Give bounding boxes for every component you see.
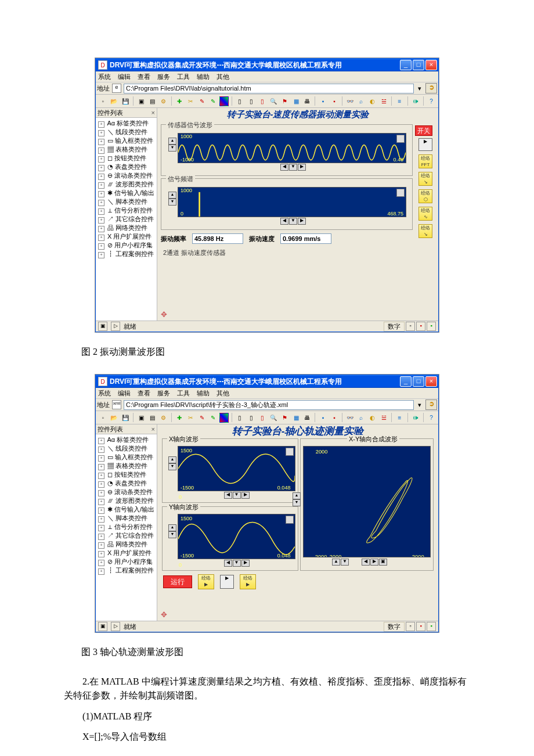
scroll-left[interactable]: ◀: [280, 164, 288, 171]
expand-icon[interactable]: +: [98, 551, 104, 557]
expand-icon[interactable]: +: [98, 121, 104, 128]
tree-item[interactable]: + ◔ 表盘类控件: [98, 479, 157, 488]
x-zoom-up[interactable]: ▲: [168, 456, 176, 463]
light-icon[interactable]: ◐: [368, 96, 377, 106]
expand-icon[interactable]: +: [98, 525, 104, 531]
tree-item[interactable]: + ┇ 工程案例控件: [98, 250, 157, 258]
menu-edit-2[interactable]: 编辑: [118, 389, 131, 398]
plus-icon[interactable]: ✚: [175, 96, 184, 106]
tree-item[interactable]: + ┇ 工程案例控件: [98, 566, 157, 575]
menu-edit[interactable]: 编辑: [118, 73, 131, 81]
expand-icon[interactable]: +: [98, 226, 104, 232]
y-scroll-right[interactable]: ▶: [241, 560, 250, 567]
expand-icon[interactable]: +: [98, 217, 104, 224]
tree-item[interactable]: + ⊥ 信号分析控件: [98, 206, 157, 215]
flag-icon[interactable]: ⚑: [280, 96, 290, 106]
minimize-button[interactable]: _: [400, 60, 412, 70]
drag-icon[interactable]: ✥: [161, 310, 169, 318]
xy-scroll-left[interactable]: ◀: [362, 559, 370, 566]
plot-menu-icon-2[interactable]: [396, 189, 405, 197]
speed-value-input[interactable]: [280, 233, 331, 244]
doc2-icon[interactable]: ▯: [247, 413, 256, 423]
address-input[interactable]: [124, 84, 414, 93]
tree-item[interactable]: + ⊘ 用户小程序集: [98, 557, 157, 566]
freq-value-input[interactable]: [192, 233, 243, 244]
doc1-icon[interactable]: ▯: [235, 413, 244, 423]
maximize-button[interactable]: □: [413, 60, 424, 70]
xy-zoom-up[interactable]: ▲: [293, 492, 301, 499]
status-icon-5b[interactable]: ▪: [427, 622, 436, 631]
print-icon[interactable]: 🖶: [302, 96, 312, 106]
grid-icon[interactable]: ▦: [291, 413, 301, 423]
menu-tools-2[interactable]: 工具: [177, 389, 190, 398]
x-scroll-right[interactable]: ▶: [241, 492, 250, 499]
doc3-icon[interactable]: ▯: [258, 96, 267, 106]
search-icon[interactable]: 🔍: [269, 96, 278, 106]
status-icon-4[interactable]: ▪: [416, 322, 425, 331]
expand-icon[interactable]: +: [98, 490, 104, 496]
expand-icon[interactable]: +: [98, 130, 104, 136]
minimize-button-2[interactable]: _: [400, 376, 412, 387]
x-zoom-down[interactable]: ▼: [168, 463, 176, 470]
tree-item[interactable]: + ✱ 信号输入/输出: [98, 189, 157, 197]
open-icon[interactable]: 📂: [109, 96, 118, 106]
tree-item[interactable]: + ⊥ 信号分析控件: [98, 523, 157, 531]
menu-other[interactable]: 其他: [217, 73, 229, 81]
new-icon[interactable]: ▫: [98, 413, 107, 423]
y-scroll-left[interactable]: ◀: [224, 560, 232, 567]
open-icon[interactable]: 📂: [109, 413, 118, 423]
tree-item[interactable]: + ↗ 其它综合控件: [98, 531, 157, 540]
print-icon[interactable]: 🖶: [302, 413, 312, 423]
tree-item[interactable]: + ◻ 按钮类控件: [98, 470, 157, 479]
close-button[interactable]: ×: [425, 60, 437, 70]
tree-item[interactable]: + ⫻ 波形图类控件: [98, 496, 157, 505]
graph-button-1[interactable]: 经络↘: [418, 172, 432, 186]
menu-tools[interactable]: 工具: [177, 73, 190, 81]
plot-menu-icon[interactable]: [396, 135, 405, 143]
expand-icon[interactable]: +: [98, 191, 104, 197]
status-icon-1b[interactable]: ▣: [98, 622, 107, 631]
maximize-button-2[interactable]: □: [413, 376, 424, 387]
tree-item[interactable]: + ⊘ 用户小程序集: [98, 241, 157, 250]
glasses-icon[interactable]: 👓: [345, 413, 355, 423]
expand-icon[interactable]: +: [98, 182, 104, 189]
expand-icon[interactable]: +: [98, 516, 104, 523]
plus-icon[interactable]: ✚: [175, 413, 184, 423]
list-icon[interactable]: ≡: [395, 413, 404, 423]
light-icon[interactable]: ◐: [368, 413, 377, 423]
tree-item[interactable]: + ▦ 表格类控件: [98, 462, 157, 470]
tree-item[interactable]: + ◻ 按钮类控件: [98, 154, 157, 163]
paste-icon[interactable]: ▤: [147, 413, 157, 423]
y-zoom-down[interactable]: ▼: [168, 531, 176, 538]
status-icon-5[interactable]: ▪: [427, 322, 436, 331]
play-button[interactable]: ▶: [418, 138, 432, 151]
tree-item[interactable]: + 品 网络类控件: [98, 224, 157, 232]
sound-icon[interactable]: 🕪: [410, 413, 420, 423]
pencil-red-icon[interactable]: ✎: [197, 96, 206, 106]
expand-icon[interactable]: +: [98, 447, 104, 453]
glasses-icon[interactable]: 👓: [345, 96, 355, 106]
expand-icon[interactable]: +: [98, 455, 104, 462]
grid-icon[interactable]: ▦: [291, 96, 301, 106]
cut-icon[interactable]: ✂: [186, 413, 195, 423]
menu-system[interactable]: 系统: [98, 73, 111, 81]
run-button[interactable]: 运行: [163, 575, 192, 588]
tree-item[interactable]: + ＼ 线段类控件: [98, 128, 157, 136]
x-scroll-left[interactable]: ◀: [224, 492, 232, 499]
expand-icon[interactable]: +: [98, 534, 104, 540]
doc2-icon[interactable]: ▯: [247, 96, 256, 106]
stack-icon[interactable]: ☱: [379, 96, 388, 106]
flag-icon[interactable]: ⚑: [280, 413, 290, 423]
expand-icon[interactable]: +: [98, 235, 104, 241]
color-icon[interactable]: [219, 413, 229, 423]
copy-icon[interactable]: ▣: [136, 413, 146, 423]
x-scroll-down[interactable]: ▼: [233, 492, 241, 499]
plot-menu-x[interactable]: [286, 448, 294, 456]
red-dot-icon[interactable]: ▪: [330, 413, 339, 423]
expand-icon[interactable]: +: [98, 139, 104, 145]
expand-icon[interactable]: +: [98, 568, 104, 575]
tree-item[interactable]: + Aα 标签类控件: [98, 119, 157, 128]
new-icon[interactable]: ▫: [98, 96, 107, 106]
xy-zoom-down[interactable]: ▼: [293, 499, 301, 506]
blue-dot-icon[interactable]: ▪: [318, 96, 327, 106]
